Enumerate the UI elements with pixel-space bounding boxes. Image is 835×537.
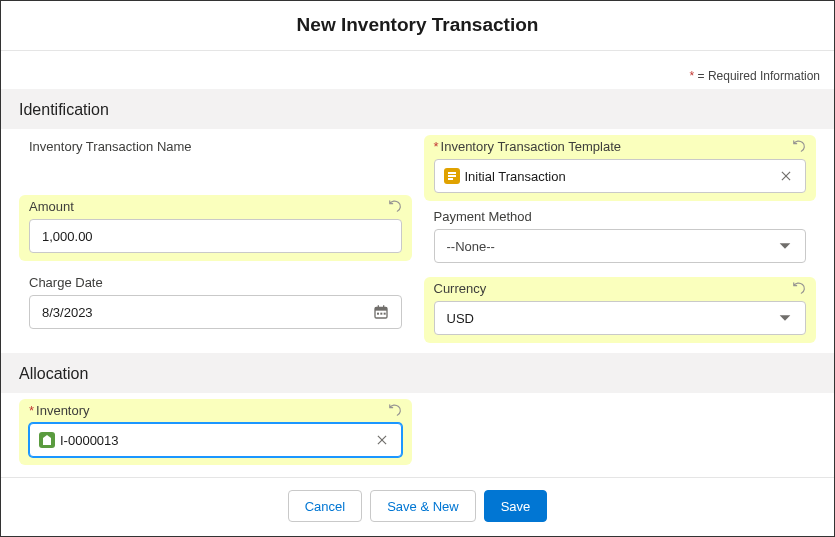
svg-rect-4 — [377, 313, 379, 315]
template-value: Initial Transaction — [465, 169, 566, 184]
field-amount: Amount — [19, 195, 412, 261]
caret-down-icon — [777, 312, 793, 324]
field-payment-method: Payment Method --None-- — [424, 205, 817, 271]
dialog-header: New Inventory Transaction — [1, 1, 834, 51]
charge-date-value: 8/3/2023 — [42, 305, 93, 320]
inventory-label: *Inventory — [29, 403, 90, 418]
amount-label: Amount — [29, 199, 74, 214]
section-identification: Identification — [1, 89, 834, 129]
section-allocation: Allocation — [1, 353, 834, 393]
clear-template-icon[interactable] — [779, 169, 793, 183]
amount-input-wrapper — [29, 219, 402, 253]
identification-grid: Inventory Transaction Name Amount Charge… — [1, 129, 834, 345]
required-text: = Required Information — [694, 69, 820, 83]
inventory-lookup[interactable]: I-0000013 — [29, 423, 402, 457]
undo-icon[interactable] — [388, 403, 402, 417]
svg-rect-1 — [375, 307, 387, 310]
svg-rect-8 — [448, 172, 456, 174]
clear-inventory-icon[interactable] — [375, 433, 389, 447]
undo-icon[interactable] — [388, 199, 402, 213]
dialog-footer: Cancel Save & New Save — [1, 477, 834, 536]
charge-date-label: Charge Date — [29, 275, 103, 290]
required-info-note: * = Required Information — [1, 51, 834, 89]
allocation-grid: *Inventory I-0000013 — [1, 393, 834, 467]
charge-date-input[interactable]: 8/3/2023 — [29, 295, 402, 329]
currency-select[interactable]: USD — [434, 301, 807, 335]
payment-method-select[interactable]: --None-- — [434, 229, 807, 263]
template-label: *Inventory Transaction Template — [434, 139, 621, 154]
field-inventory: *Inventory I-0000013 — [19, 399, 412, 465]
template-record-icon — [444, 168, 460, 184]
field-template: *Inventory Transaction Template Initial … — [424, 135, 817, 201]
svg-rect-10 — [448, 178, 453, 180]
save-button[interactable]: Save — [484, 490, 548, 522]
field-currency: Currency USD — [424, 277, 817, 343]
payment-method-value: --None-- — [447, 239, 495, 254]
svg-rect-6 — [383, 313, 385, 315]
calendar-icon[interactable] — [373, 304, 389, 320]
template-lookup[interactable]: Initial Transaction — [434, 159, 807, 193]
cancel-button[interactable]: Cancel — [288, 490, 362, 522]
caret-down-icon — [777, 240, 793, 252]
save-and-new-button[interactable]: Save & New — [370, 490, 476, 522]
undo-icon[interactable] — [792, 139, 806, 153]
payment-method-label: Payment Method — [434, 209, 532, 224]
inventory-record-icon — [39, 432, 55, 448]
currency-value: USD — [447, 311, 474, 326]
transaction-name-label: Inventory Transaction Name — [29, 139, 192, 154]
currency-label: Currency — [434, 281, 487, 296]
svg-rect-9 — [448, 175, 456, 177]
field-charge-date: Charge Date 8/3/2023 — [19, 271, 412, 337]
amount-input[interactable] — [42, 229, 389, 244]
dialog-title: New Inventory Transaction — [1, 14, 834, 36]
inventory-value: I-0000013 — [60, 433, 119, 448]
field-transaction-name: Inventory Transaction Name — [19, 135, 412, 185]
svg-rect-5 — [380, 313, 382, 315]
undo-icon[interactable] — [792, 281, 806, 295]
